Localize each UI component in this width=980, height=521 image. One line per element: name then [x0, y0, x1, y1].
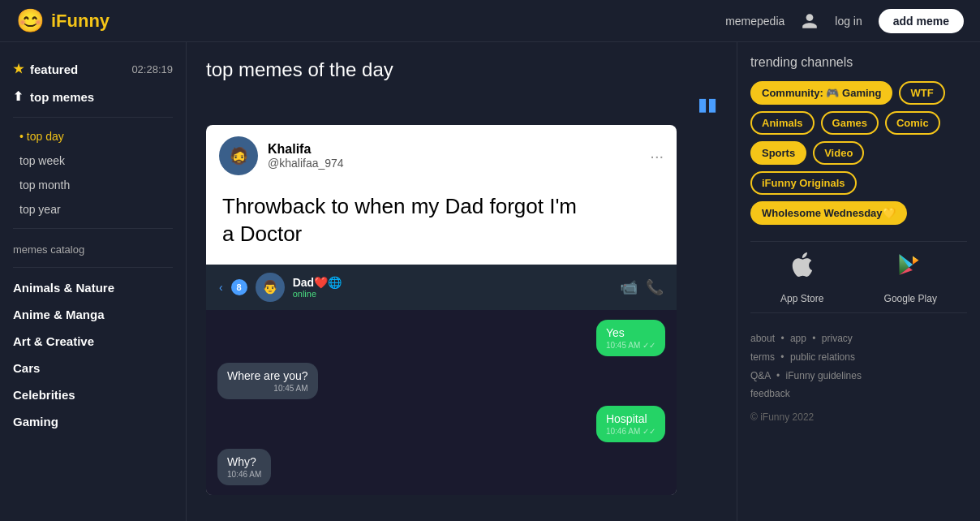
- sidebar-top-week[interactable]: top week: [0, 149, 186, 173]
- privacy-link[interactable]: privacy: [822, 333, 853, 344]
- message-text: Why?: [227, 455, 261, 468]
- main-layout: ★ featured 02:28:19 ⬆ top memes top day …: [0, 42, 980, 521]
- catalog-title: memes catalog: [0, 235, 186, 260]
- header-nav: memepedia log in add meme: [725, 9, 964, 33]
- chat-contact-status: online: [293, 289, 612, 299]
- right-sidebar: trending channels Community: 🎮 Gaming WT…: [737, 42, 980, 521]
- copyright: © iFunny 2022: [750, 411, 967, 423]
- author-handle: @khalifaa_974: [268, 157, 344, 170]
- apple-icon: [788, 250, 817, 286]
- meme-author: 🧔 Khalifa @khalifaa_974: [219, 136, 344, 175]
- message-why: Why? 10:46 AM: [217, 449, 271, 485]
- chat-badge: 8: [231, 279, 247, 295]
- view-toggle-button[interactable]: ▮▮: [698, 94, 717, 115]
- content-controls: ▮▮: [206, 94, 717, 115]
- top-memes-label: top memes: [30, 90, 94, 104]
- meme-card: 🧔 Khalifa @khalifaa_974 ··· Throwback to…: [206, 125, 677, 495]
- message-time: 10:46 AM: [227, 470, 261, 479]
- app-link[interactable]: app: [790, 333, 806, 344]
- footer-row-3: Q&A • iFunny guidelines: [750, 367, 967, 385]
- feedback-link[interactable]: feedback: [750, 388, 790, 399]
- main-content: top memes of the day ▮▮ 🧔 Khalifa @khali…: [187, 42, 737, 521]
- google-play-icon: [896, 250, 925, 286]
- message-where: Where are you? 10:45 AM: [217, 363, 318, 399]
- logo-icon: 😊: [16, 7, 45, 34]
- user-icon[interactable]: [801, 12, 819, 30]
- meme-text: Throwback to when my Dad forgot I'm a Do…: [206, 187, 677, 265]
- channel-wholesome-wednesday[interactable]: Wholesome Wednesday💛: [750, 201, 907, 225]
- catalog-animals-nature[interactable]: Animals & Nature: [0, 274, 186, 301]
- divider2: [13, 228, 173, 229]
- page-title: top memes of the day: [206, 58, 717, 81]
- chat-contact-avatar: 👨: [256, 273, 285, 302]
- message-time: 10:45 AM ✓✓: [606, 341, 655, 350]
- channel-games[interactable]: Games: [821, 111, 879, 135]
- channel-community-gaming[interactable]: Community: 🎮 Gaming: [750, 81, 892, 105]
- timer: 02:28:19: [131, 63, 173, 75]
- channel-video[interactable]: Video: [813, 141, 864, 165]
- add-meme-button[interactable]: add meme: [879, 9, 964, 33]
- logo-area: 😊 iFunny: [16, 7, 725, 34]
- featured-left: ★ featured: [13, 62, 78, 76]
- message-time: 10:45 AM: [227, 384, 308, 393]
- divider: [13, 117, 173, 118]
- featured-label: featured: [30, 62, 78, 76]
- channel-ifunny-originals[interactable]: iFunny Originals: [750, 171, 857, 195]
- channels-grid: Community: 🎮 Gaming WTF Animals Games Co…: [750, 81, 967, 225]
- chat-back-icon: ‹: [219, 281, 223, 294]
- chat-contact-name: Dad❤️🌐: [293, 276, 612, 289]
- meme-card-header: 🧔 Khalifa @khalifaa_974 ···: [206, 125, 677, 187]
- featured-item[interactable]: ★ featured 02:28:19: [0, 55, 186, 83]
- channel-wtf[interactable]: WTF: [899, 81, 944, 105]
- chat-icons: 📹 📞: [620, 278, 664, 296]
- phone-call-icon[interactable]: 📞: [646, 278, 664, 296]
- app-store-google[interactable]: Google Play: [884, 250, 937, 304]
- author-name: Khalifa: [268, 142, 344, 157]
- upload-icon: ⬆: [13, 89, 24, 104]
- catalog-cars[interactable]: Cars: [0, 355, 186, 381]
- sidebar-top-year[interactable]: top year: [0, 197, 186, 222]
- left-sidebar: ★ featured 02:28:19 ⬆ top memes top day …: [0, 42, 187, 521]
- sidebar-top-day[interactable]: top day: [0, 124, 186, 149]
- author-info: Khalifa @khalifaa_974: [268, 142, 344, 170]
- divider3: [13, 267, 173, 268]
- channel-comic[interactable]: Comic: [885, 111, 940, 135]
- chat-mockup: ‹ 8 👨 Dad❤️🌐 online 📹 📞 Yes 10:: [206, 265, 677, 495]
- memepedia-link[interactable]: memepedia: [725, 15, 784, 28]
- sidebar-top-month[interactable]: top month: [0, 173, 186, 197]
- footer-row-1: about • app • privacy: [750, 329, 967, 348]
- trending-title: trending channels: [750, 55, 967, 70]
- catalog-anime-manga[interactable]: Anime & Manga: [0, 301, 186, 328]
- login-link[interactable]: log in: [835, 15, 862, 28]
- catalog-celebrities[interactable]: Celebrities: [0, 381, 186, 408]
- catalog-art-creative[interactable]: Art & Creative: [0, 328, 186, 355]
- message-text: Hospital: [606, 412, 655, 425]
- public-relations-link[interactable]: public relations: [790, 351, 855, 363]
- chat-header-bar: ‹ 8 👨 Dad❤️🌐 online 📹 📞: [206, 265, 677, 310]
- app-store-label: App Store: [780, 293, 823, 304]
- chat-messages: Yes 10:45 AM ✓✓ Where are you? 10:45 AM …: [206, 310, 677, 495]
- star-icon: ★: [13, 62, 24, 76]
- terms-link[interactable]: terms: [750, 351, 775, 363]
- message-hospital: Hospital 10:46 AM ✓✓: [596, 406, 665, 442]
- guidelines-link[interactable]: iFunny guidelines: [786, 370, 862, 381]
- app-store-apple[interactable]: App Store: [780, 250, 823, 304]
- meme-menu-button[interactable]: ···: [650, 147, 664, 166]
- message-text: Yes: [606, 326, 655, 339]
- author-avatar: 🧔: [219, 136, 258, 175]
- message-time: 10:46 AM ✓✓: [606, 427, 655, 436]
- channel-sports[interactable]: Sports: [750, 141, 806, 165]
- video-call-icon[interactable]: 📹: [620, 278, 638, 296]
- message-yes: Yes 10:45 AM ✓✓: [596, 320, 665, 356]
- header: 😊 iFunny memepedia log in add meme: [0, 0, 980, 42]
- footer-row-4: feedback: [750, 385, 967, 403]
- about-link[interactable]: about: [750, 333, 775, 344]
- channel-animals[interactable]: Animals: [750, 111, 815, 135]
- logo-text: iFunny: [51, 11, 110, 32]
- app-stores: App Store Google Play: [750, 241, 967, 313]
- qa-link[interactable]: Q&A: [750, 370, 771, 381]
- top-memes-item[interactable]: ⬆ top memes: [0, 83, 186, 110]
- google-play-label: Google Play: [884, 293, 937, 304]
- message-text: Where are you?: [227, 369, 308, 382]
- catalog-gaming[interactable]: Gaming: [0, 408, 186, 435]
